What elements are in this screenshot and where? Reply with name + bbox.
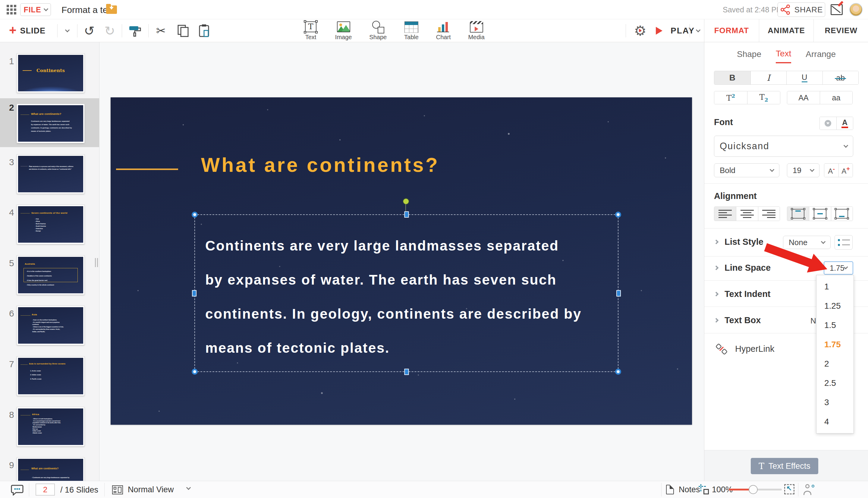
format-painter-button[interactable] (126, 19, 144, 42)
move-to-folder-icon[interactable] (106, 5, 117, 14)
tab-review[interactable]: REVIEW (813, 19, 868, 42)
line-space-option[interactable]: 1.5 (816, 316, 854, 335)
slide-thumbnail-1[interactable]: 1 Continents (0, 54, 99, 102)
slide-thumbnail-5[interactable]: 5 Australia - It is in the southern hemi… (0, 255, 99, 306)
insert-media-button[interactable]: Media (468, 19, 484, 42)
undo-button[interactable]: ↺ (81, 19, 98, 42)
add-slide-button[interactable]: + SLIDE (9, 19, 45, 42)
insert-chart-button[interactable]: Chart (436, 19, 451, 42)
slide-thumbnail-8[interactable]: 8 Africa - Africa is in both hemispheres… (0, 407, 99, 458)
bold-button[interactable]: B (714, 71, 750, 84)
file-menu-button[interactable]: FILE (20, 3, 51, 16)
slide-body-text[interactable]: Continents are very large landmasses sep… (205, 229, 609, 365)
resize-handle-bottom-right[interactable] (615, 369, 621, 375)
slide-thumbnail-6[interactable]: 6 Asia - Asia is in the northern hemisph… (0, 306, 99, 356)
auto-color-button[interactable] (820, 117, 836, 130)
increase-font-button[interactable]: A+ (839, 164, 853, 177)
slideshow-settings-button[interactable]: ⚙ (632, 19, 649, 42)
user-avatar[interactable] (849, 3, 863, 16)
zoom-slider[interactable] (729, 489, 782, 490)
play-button[interactable]: PLAY (656, 19, 695, 42)
line-space-option[interactable]: 2.5 (816, 374, 854, 393)
current-slide-number[interactable]: 2 (36, 484, 55, 496)
notes-button[interactable]: Notes (679, 485, 700, 494)
line-space-option[interactable]: 2 (816, 354, 854, 374)
resize-handle-bottom-left[interactable] (192, 369, 198, 375)
strikethrough-button[interactable]: ab (823, 71, 859, 84)
font-size-select[interactable]: 19 (787, 163, 819, 177)
valign-bottom-button[interactable] (831, 207, 853, 221)
align-center-button[interactable] (736, 207, 758, 221)
valign-top-button[interactable] (787, 207, 809, 221)
text-effects-button[interactable]: T Text Effects (751, 458, 818, 474)
resize-handle-left[interactable] (192, 290, 197, 296)
line-space-option[interactable]: 1.25 (816, 296, 854, 316)
feedback-compose-icon[interactable] (831, 4, 843, 15)
chevron-down-icon[interactable] (186, 485, 191, 490)
line-space-option[interactable]: 1 (816, 277, 854, 296)
slide-thumbnail-2-selected[interactable]: 2 What are continents? Continents are ve… (0, 98, 99, 147)
slide-thumbnail-9[interactable]: 9 What are continents? - Continents are … (0, 458, 99, 481)
underline-button[interactable]: U (786, 71, 823, 84)
insert-table-button[interactable]: Table (404, 19, 419, 42)
app-launcher-grid-icon[interactable] (6, 5, 17, 15)
tab-animate[interactable]: ANIMATE (759, 19, 814, 42)
line-space-option[interactable]: 3 (816, 393, 854, 412)
list-style-row[interactable]: List Style (715, 237, 763, 247)
line-space-row[interactable]: Line Space (715, 263, 771, 273)
current-slide[interactable]: What are continents? Continents are very… (111, 97, 692, 425)
comments-icon[interactable] (11, 484, 24, 496)
sidebar-resize-handle[interactable] (95, 258, 98, 267)
line-space-select[interactable]: 1.75 (824, 261, 853, 275)
resize-handle-top[interactable] (404, 211, 409, 218)
italic-button[interactable]: I (750, 71, 787, 84)
resize-handle-top-left[interactable] (192, 212, 198, 218)
decrease-font-button[interactable]: A- (824, 164, 839, 177)
cut-button[interactable]: ✂ (152, 19, 170, 42)
subscript-button[interactable]: T2 (747, 91, 780, 104)
valign-middle-button[interactable] (809, 207, 831, 221)
insert-text-button[interactable]: Text (304, 19, 318, 42)
line-space-option[interactable]: 4 (816, 412, 854, 431)
resize-handle-top-right[interactable] (615, 212, 621, 218)
slide-title[interactable]: What are continents? (201, 154, 439, 176)
selected-text-box[interactable]: Continents are very large landmasses sep… (195, 214, 618, 372)
align-right-button[interactable] (758, 207, 780, 221)
play-options-chevron[interactable] (692, 19, 704, 42)
subtab-shape[interactable]: Shape (737, 50, 761, 63)
fit-to-screen-icon[interactable] (784, 484, 794, 494)
subtab-arrange[interactable]: Arrange (806, 50, 836, 63)
rotate-handle[interactable] (403, 199, 409, 204)
fit-slide-icon[interactable] (699, 484, 709, 494)
lowercase-button[interactable]: aa (820, 91, 852, 104)
insert-image-button[interactable]: Image (335, 19, 352, 42)
slide-thumbnail-4[interactable]: 4 Seven continents of the world - Asia -… (0, 205, 99, 255)
view-mode-select[interactable]: Normal View (128, 485, 174, 494)
align-left-button[interactable] (714, 207, 736, 221)
resize-handle-bottom[interactable] (404, 369, 409, 375)
bullet-list-button[interactable] (834, 235, 853, 250)
text-box-row[interactable]: Text Box (715, 315, 761, 325)
zoom-slider-thumb[interactable] (749, 485, 758, 494)
collaborators-icon[interactable] (803, 484, 814, 495)
hyperlink-row[interactable]: HyperLink (715, 342, 775, 355)
slide-options-chevron[interactable] (60, 19, 74, 42)
text-indent-row[interactable]: Text Indent (715, 289, 771, 299)
copy-button[interactable] (174, 19, 192, 42)
insert-shape-button[interactable]: Shape (369, 19, 387, 42)
font-color-button[interactable]: A (836, 117, 853, 130)
font-family-select[interactable]: Quicksand (714, 136, 853, 157)
paste-button[interactable] (195, 19, 213, 42)
resize-handle-right[interactable] (616, 290, 621, 296)
font-weight-select[interactable]: Bold (714, 163, 779, 177)
share-button[interactable]: SHARE (778, 2, 825, 17)
slide-thumbnail-7[interactable]: 7 Asia is surrounded by three oceans 1. … (0, 357, 99, 407)
redo-button[interactable]: ↻ (101, 19, 118, 42)
slide-thumbnail-3[interactable]: 3 Plate tectonics is a process and study… (0, 155, 99, 205)
subtab-text[interactable]: Text (776, 49, 791, 63)
tab-format[interactable]: FORMAT (704, 19, 759, 42)
line-space-option-selected[interactable]: 1.75 (816, 335, 854, 354)
uppercase-button[interactable]: AA (787, 91, 820, 104)
superscript-button[interactable]: T2 (714, 91, 747, 104)
list-style-select[interactable]: None (783, 236, 831, 249)
